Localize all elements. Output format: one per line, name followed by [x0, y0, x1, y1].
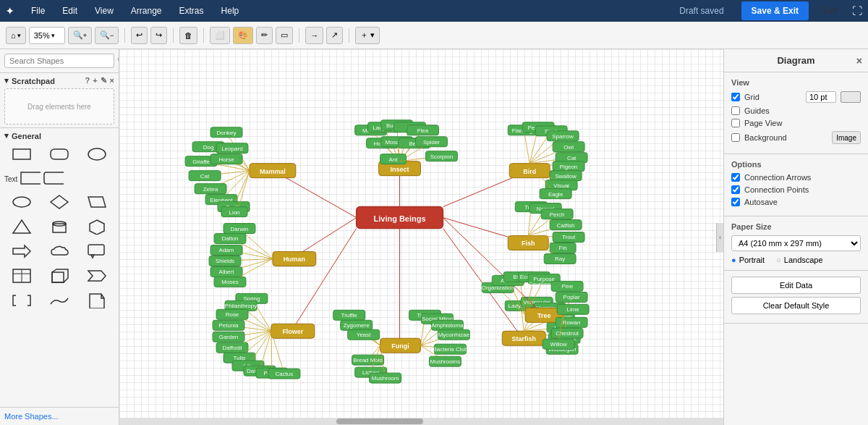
clear-default-style-button[interactable]: Clear Default Style [731, 297, 861, 314]
shape-chevron[interactable] [80, 265, 114, 287]
shape-table[interactable] [4, 265, 39, 287]
page-view-checkbox[interactable] [731, 119, 740, 127]
svg-text:Catfish: Catfish [557, 222, 575, 229]
save-exit-button[interactable]: Save & Exit [741, 1, 809, 20]
autosave-checkbox[interactable] [731, 198, 740, 206]
svg-rect-4 [44, 172, 64, 184]
exit-button[interactable]: Exit [820, 6, 841, 16]
shape-parallelogram[interactable] [80, 191, 114, 213]
menu-file[interactable]: File [28, 6, 48, 16]
svg-text:Fish: Fish [522, 240, 535, 247]
shape-text-rounded[interactable] [43, 171, 64, 187]
zoom-dropdown-icon[interactable]: ▾ [51, 32, 55, 39]
portrait-radio[interactable]: ● [731, 256, 736, 264]
dropdown-arrow: ▾ [17, 32, 21, 39]
connection-points-label: Connection Points [744, 185, 861, 194]
shape-bracket[interactable] [4, 290, 39, 311]
guides-checkbox[interactable] [731, 106, 740, 115]
shape-hexagon[interactable] [80, 216, 114, 237]
menu-help[interactable]: Help [218, 6, 242, 16]
zoom-out-button[interactable]: 🔍− [95, 27, 119, 44]
redo-button[interactable]: ↪ [150, 27, 167, 44]
shape-callout[interactable] [80, 240, 114, 262]
shape-button[interactable]: ▭ [276, 27, 293, 44]
svg-text:Garden: Garden [219, 334, 239, 340]
menu-extras[interactable]: Extras [176, 6, 207, 16]
svg-text:Visual: Visual [553, 182, 569, 189]
grid-value-input[interactable] [806, 91, 836, 103]
general-collapse-icon[interactable]: ▾ [4, 131, 9, 140]
horizontal-scrollbar[interactable] [119, 418, 723, 425]
shape-wave[interactable] [42, 290, 77, 311]
shape-cube[interactable] [42, 265, 77, 287]
svg-text:Giraffe: Giraffe [192, 159, 210, 165]
more-shapes-link[interactable]: More Shapes... [0, 407, 119, 425]
line-color-button[interactable]: ✏ [256, 27, 273, 44]
shape-rectangle[interactable] [4, 143, 39, 165]
paper-size-select[interactable]: A4 (210 mm x 297 mm) [731, 235, 861, 251]
svg-text:Flea: Flea [417, 127, 429, 134]
image-button[interactable]: Image [832, 131, 861, 144]
waypoint-button[interactable]: ↗ [326, 27, 343, 44]
shape-doc[interactable] [80, 290, 114, 311]
grid-checkbox[interactable] [731, 93, 740, 101]
background-checkbox[interactable] [731, 133, 740, 142]
shapes-grid-1 [4, 143, 114, 165]
scratchpad-collapse-icon[interactable]: ▾ [4, 76, 9, 85]
insert-button[interactable]: ＋ ▾ [355, 27, 380, 44]
scratchpad-edit-icon[interactable]: ✎ [101, 76, 107, 85]
page-view-option-row: Page View [731, 119, 861, 127]
svg-marker-12 [13, 245, 30, 257]
autosave-label: Autosave [744, 198, 861, 206]
menu-view[interactable]: View [92, 6, 116, 16]
shape-cloud[interactable] [42, 240, 77, 262]
fold-indicator[interactable]: ‹ [716, 223, 723, 252]
autosave-row: Autosave [731, 198, 861, 206]
connector-button[interactable]: → [305, 27, 323, 44]
svg-text:Human: Human [284, 256, 305, 263]
delete-button[interactable]: 🗑 [179, 27, 197, 44]
portrait-option[interactable]: ● Portrait [731, 256, 765, 264]
svg-text:Petunia: Petunia [218, 322, 239, 329]
svg-point-5 [13, 197, 30, 207]
search-shapes-input[interactable] [4, 54, 114, 68]
maximize-icon[interactable]: ⛶ [852, 5, 862, 17]
menu-arrange[interactable]: Arrange [128, 6, 165, 16]
scratchpad-close-icon[interactable]: × [110, 76, 114, 85]
landscape-radio[interactable]: ○ [776, 256, 781, 264]
shape-triangle[interactable] [4, 216, 39, 237]
portrait-label: Portrait [739, 256, 765, 264]
grid-color-picker[interactable] [841, 91, 861, 103]
shape-ellipse[interactable] [80, 143, 114, 165]
svg-text:Pine: Pine [561, 283, 574, 290]
scrollbar-thumb[interactable] [336, 418, 423, 424]
panel-close-icon[interactable]: × [856, 55, 862, 67]
svg-marker-8 [13, 220, 30, 233]
svg-text:Scorpion: Scorpion [430, 153, 453, 160]
shape-text-box[interactable] [20, 171, 41, 187]
edit-data-button[interactable]: Edit Data [731, 277, 861, 294]
shape-diamond[interactable] [42, 191, 77, 213]
canvas-area[interactable]: Living Beings Mammal Donkey Dog Leopard … [119, 49, 723, 425]
toolbar: ⌂ ▾ 35% ▾ 🔍+ 🔍− ↩ ↪ 🗑 ⬜ 🎨 ✏ ▭ → ↗ ＋ ▾ [0, 22, 868, 49]
svg-text:Poplar: Poplar [563, 294, 580, 300]
undo-button[interactable]: ↩ [131, 27, 148, 44]
landscape-option[interactable]: ○ Landscape [776, 256, 822, 264]
home-button[interactable]: ⌂ ▾ [6, 27, 26, 44]
zoom-in-button[interactable]: 🔍+ [68, 27, 92, 44]
fill-color-button[interactable]: 🎨 [233, 27, 253, 44]
shape-arrow-right[interactable] [4, 240, 39, 262]
connection-points-checkbox[interactable] [731, 185, 740, 194]
connection-arrows-checkbox[interactable] [731, 173, 740, 182]
shape-rounded-rect[interactable] [42, 143, 77, 165]
scratchpad-help-icon[interactable]: ? [85, 76, 90, 85]
svg-marker-11 [90, 220, 104, 235]
scratchpad-add-icon[interactable]: + [93, 76, 97, 85]
menu-edit[interactable]: Edit [59, 6, 80, 16]
scratchpad-drop-area: Drag elements here [4, 88, 114, 125]
format-button[interactable]: ⬜ [210, 27, 230, 44]
shape-cylinder[interactable] [42, 216, 77, 237]
svg-text:Darwin: Darwin [231, 226, 249, 232]
svg-text:Mycorrhizae: Mycorrhizae [438, 332, 470, 338]
shape-oval[interactable] [4, 191, 39, 213]
